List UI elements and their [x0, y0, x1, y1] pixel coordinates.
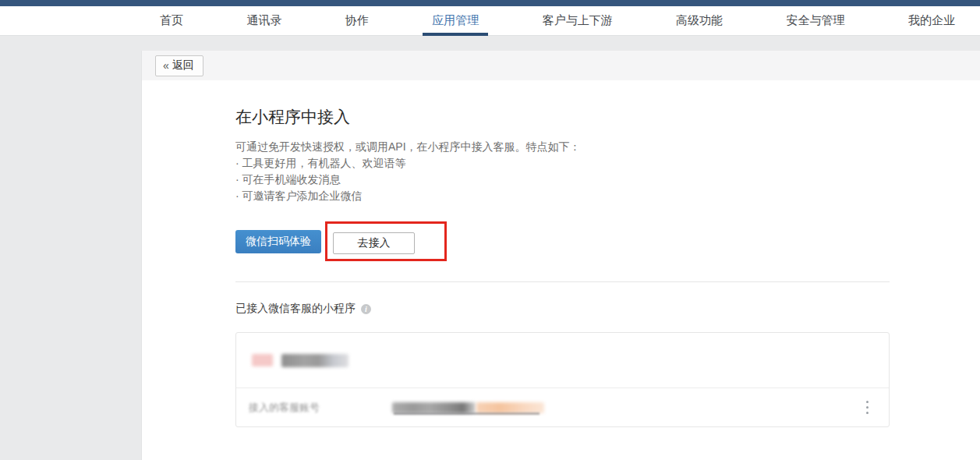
redacted-account-detail: [476, 402, 544, 413]
feature-bullet: · 可在手机端收发消息: [235, 172, 890, 188]
nav-tab-contacts[interactable]: 通讯录: [246, 6, 281, 35]
action-buttons-row: 微信扫码体验 去接入: [235, 221, 890, 261]
more-options-kebab-icon[interactable]: [863, 398, 872, 417]
redacted-miniprogram-name: [281, 354, 348, 367]
nav-tab-collaboration[interactable]: 协作: [345, 6, 369, 35]
main-nav-items: 首页 通讯录 协作 应用管理 客户与上下游 高级功能 安全与管理 我的企业: [160, 6, 955, 35]
main-nav: 首页 通讯录 协作 应用管理 客户与上下游 高级功能 安全与管理 我的企业: [0, 6, 980, 36]
redacted-account-info: [392, 402, 544, 413]
top-navy-bar: [0, 0, 980, 6]
wechat-scan-try-button[interactable]: 微信扫码体验: [235, 230, 321, 253]
redacted-miniprogram-icon: [252, 354, 273, 366]
go-connect-button[interactable]: 去接入: [333, 232, 415, 254]
info-icon[interactable]: i: [361, 304, 371, 314]
nav-tab-app-management[interactable]: 应用管理: [432, 6, 479, 35]
feature-bullet: · 可邀请客户添加企业微信: [235, 188, 890, 204]
workspace-background: «返回 在小程序中接入 可通过免开发快速授权，或调用API，在小程序中接入客服。…: [0, 36, 980, 460]
nav-tab-advanced[interactable]: 高级功能: [676, 6, 723, 35]
nav-tab-home[interactable]: 首页: [160, 6, 183, 35]
intro-text: 可通过免开发快速授权，或调用API，在小程序中接入客服。特点如下：: [235, 139, 890, 155]
service-account-row: 接入的客服账号: [236, 388, 889, 426]
feature-bullet: · 工具更好用，有机器人、欢迎语等: [235, 155, 890, 172]
miniprogram-header-row: [236, 333, 889, 387]
miniprogram-card: 接入的客服账号: [235, 332, 890, 427]
content-panel: «返回 在小程序中接入 可通过免开发快速授权，或调用API，在小程序中接入客服。…: [141, 51, 980, 460]
back-button[interactable]: «返回: [155, 55, 203, 76]
service-account-label: 接入的客服账号: [249, 401, 320, 415]
back-chevron-icon: «: [163, 59, 169, 72]
connected-section-header: 已接入微信客服的小程序 i: [235, 302, 890, 316]
redacted-account-name: [392, 402, 476, 413]
back-button-label: 返回: [172, 58, 194, 73]
nav-tab-customers[interactable]: 客户与上下游: [543, 6, 613, 35]
red-highlight-annotation: 去接入: [325, 221, 447, 261]
back-toolbar: «返回: [142, 51, 980, 80]
nav-tab-my-company[interactable]: 我的企业: [908, 6, 955, 35]
section-divider: [235, 281, 890, 282]
page-title: 在小程序中接入: [235, 106, 890, 128]
connected-section-title: 已接入微信客服的小程序: [235, 302, 356, 316]
page-content: 在小程序中接入 可通过免开发快速授权，或调用API，在小程序中接入客服。特点如下…: [142, 80, 890, 427]
nav-tab-security[interactable]: 安全与管理: [787, 6, 845, 35]
